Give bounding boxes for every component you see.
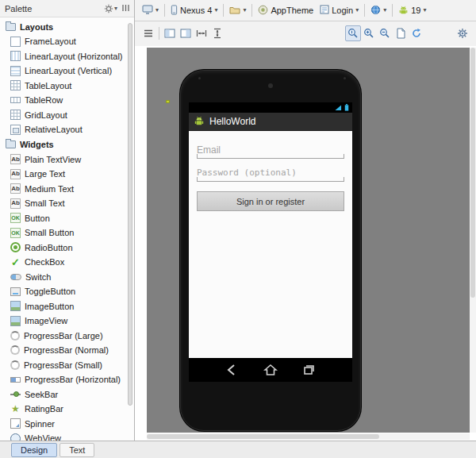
device-config-button[interactable]: ▾	[139, 3, 162, 17]
palette-item-linearlayout-vertical[interactable]: LinearLayout (Vertical)	[0, 64, 128, 79]
wifi-icon	[335, 103, 342, 113]
phone-icon	[171, 5, 178, 17]
togglebutton-icon	[10, 287, 21, 296]
width-resize-icon[interactable]	[194, 25, 209, 41]
theme-selector-button[interactable]: AppTheme	[255, 3, 317, 18]
palette-item-label: ProgressBar (Small)	[24, 360, 102, 370]
palette-item-small-button[interactable]: Small Button	[0, 225, 128, 241]
palette-item-label: WebView	[25, 433, 61, 441]
checkbox-icon	[10, 257, 21, 267]
button-icon	[10, 213, 21, 223]
palette-item-label: Switch	[25, 272, 51, 282]
design-canvas[interactable]: HelloWorld Email Password (optional) Sig…	[147, 48, 470, 433]
linearlayout-vertical-icon	[10, 66, 21, 76]
palette-item-linearlayout-horizontal[interactable]: LinearLayout (Horizontal)	[0, 49, 128, 64]
zoom-out-icon[interactable]	[377, 25, 393, 41]
palette-panel: Palette ▾ LayoutsFrameLayoutLinearLayout…	[0, 0, 135, 441]
palette-item-tablelayout[interactable]: TableLayout	[0, 79, 128, 94]
designer-region: ▾ Nexus 4 ▾ ▾ AppTheme	[135, 0, 476, 441]
palette-item-spinner[interactable]: Spinner	[0, 417, 128, 432]
palette-item-small-text[interactable]: Small Text	[0, 196, 128, 211]
tab-text[interactable]: Text	[60, 443, 94, 457]
palette-item-progressbar-normal[interactable]: ProgressBar (Normal)	[0, 343, 128, 358]
design-pane: HelloWorld Email Password (optional) Sig…	[135, 46, 476, 441]
palette-item-progressbar-small[interactable]: ProgressBar (Small)	[0, 358, 128, 373]
theme-icon	[258, 5, 268, 17]
folder-icon	[6, 23, 16, 31]
palette-item-framelayout[interactable]: FrameLayout	[0, 34, 128, 49]
palette-item-label: Small Button	[25, 228, 74, 237]
palette-item-label: CheckBox	[25, 257, 64, 267]
palette-item-imageview[interactable]: ImageView	[0, 314, 128, 329]
palette-item-label: Medium Text	[25, 184, 74, 194]
palette-item-plain-textview[interactable]: Plain TextView	[0, 152, 128, 167]
device-selector-button[interactable]: Nexus 4 ▾	[167, 3, 221, 18]
horizontal-scrollbar-thumb[interactable]	[147, 434, 379, 439]
palette-item-radiobutton[interactable]: RadioButton	[0, 241, 128, 256]
activity-selector-button[interactable]: Login ▾	[317, 3, 362, 17]
palette-item-label: TableLayout	[25, 81, 71, 90]
android-icon	[398, 5, 409, 17]
device-config-icon	[142, 5, 153, 16]
height-resize-icon[interactable]	[209, 25, 225, 41]
zoom-fit-icon[interactable]	[393, 25, 409, 41]
locale-selector-button[interactable]: ▾	[367, 3, 390, 18]
palette-item-button[interactable]: Button	[0, 211, 128, 226]
imageview-icon	[10, 316, 21, 326]
back-icon	[225, 364, 240, 376]
palette-item-tablerow[interactable]: TableRow	[0, 93, 128, 108]
palette-item-large-text[interactable]: Large Text	[0, 167, 128, 182]
linearlayout-horizontal-icon	[10, 51, 21, 61]
palette-item-label: GridLayout	[25, 110, 67, 120]
signin-button[interactable]: Sign in or register	[197, 191, 344, 211]
large-text-icon	[10, 169, 21, 179]
zoom-actual-icon[interactable]	[345, 25, 361, 41]
palette-item-progressbar-horizontal[interactable]: ProgressBar (Horizontal)	[0, 372, 128, 387]
hide-icon[interactable]	[121, 4, 129, 13]
palette-item-checkbox[interactable]: CheckBox	[0, 255, 128, 270]
password-field[interactable]: Password (optional)	[197, 164, 344, 182]
seekbar-icon	[10, 389, 21, 399]
palette-scrollbar-thumb[interactable]	[128, 23, 132, 405]
pane-left-icon[interactable]	[162, 25, 178, 41]
refresh-icon[interactable]	[409, 25, 424, 41]
palette-header: Palette ▾	[0, 0, 134, 17]
palette-item-seekbar[interactable]: SeekBar	[0, 387, 128, 402]
palette-section-widgets[interactable]: Widgets	[0, 137, 128, 152]
layout-lines-icon[interactable]	[140, 25, 156, 41]
palette-item-medium-text[interactable]: Medium Text	[0, 182, 128, 197]
palette-item-progressbar-large[interactable]: ProgressBar (Large)	[0, 329, 128, 344]
palette-item-label: ToggleButton	[25, 287, 75, 296]
sensor-dot	[198, 77, 201, 79]
render-folder-icon	[229, 6, 240, 16]
palette-section-layouts[interactable]: Layouts	[0, 19, 128, 34]
palette-item-webview[interactable]: WebView	[0, 431, 128, 441]
pane-right-icon[interactable]	[178, 25, 194, 41]
tablelayout-icon	[10, 80, 21, 90]
api-level-button[interactable]: 19 ▾	[395, 3, 429, 18]
battery-icon	[344, 103, 349, 113]
device-screen[interactable]: HelloWorld Email Password (optional) Sig…	[189, 102, 352, 382]
activity-selector-label: Login	[332, 6, 353, 15]
palette-item-relativelayout[interactable]: RelativeLayout	[0, 122, 128, 137]
toolbar-separator	[223, 4, 224, 17]
settings-gear-icon[interactable]	[455, 25, 470, 41]
palette-item-gridlayout[interactable]: GridLayout	[0, 108, 128, 123]
vertical-scrollbar-thumb[interactable]	[470, 48, 475, 298]
vertical-scrollbar	[470, 48, 476, 433]
progressbar-normal-icon	[10, 345, 20, 355]
palette-item-imagebutton[interactable]: ImageButton	[0, 299, 128, 314]
status-bar	[189, 102, 352, 113]
zoom-in-icon[interactable]	[361, 25, 377, 41]
email-field[interactable]: Email	[197, 141, 344, 159]
progressbar-horizontal-icon	[10, 377, 21, 383]
palette-item-label: RadioButton	[25, 243, 73, 252]
render-target-button[interactable]: ▾	[226, 4, 249, 17]
palette-item-ratingbar[interactable]: RatingBar	[0, 402, 128, 417]
switch-icon	[10, 274, 21, 280]
toolbar-separator	[392, 4, 393, 17]
gear-icon[interactable]: ▾	[104, 4, 117, 13]
palette-item-togglebutton[interactable]: ToggleButton	[0, 284, 128, 299]
tab-design[interactable]: Design	[11, 443, 57, 457]
palette-item-switch[interactable]: Switch	[0, 270, 128, 285]
